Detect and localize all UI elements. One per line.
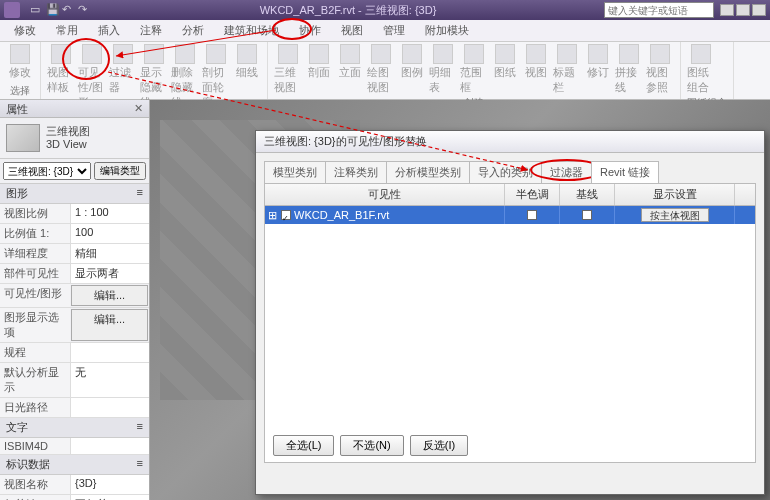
ribbon-group-2: 三维视图剖面立面绘图视图图例明细表范围框图纸视图标题栏修订拼接线视图参照创建 (268, 42, 681, 99)
ribbon-btn-2-10[interactable]: 修订 (584, 44, 612, 95)
prop-row[interactable]: ISBIM4D (0, 438, 149, 455)
ribbon-group-label: 选择 (6, 83, 34, 99)
dialog-tab-4[interactable]: 过滤器 (541, 161, 592, 183)
qat-redo-icon[interactable]: ↷ (78, 3, 92, 17)
grid-header: 可见性半色调基线显示设置 (265, 184, 755, 206)
prop-row[interactable]: 日光路径 (0, 398, 149, 418)
dialog-body: 可见性半色调基线显示设置 ⊞WKCD_AR_B1F.rvt按主体视图 全选(L)… (264, 183, 756, 463)
properties-panel: 属性 ✕ 三维视图 3D View 三维视图: {3D} 编辑类型 图形≡视图比… (0, 100, 150, 500)
prop-row[interactable]: 视图比例1 : 100 (0, 204, 149, 224)
display-setting-button[interactable]: 按主体视图 (641, 208, 709, 222)
instance-selector[interactable]: 三维视图: {3D} (3, 162, 91, 180)
quick-access-toolbar: ▭ 💾 ↶ ↷ (30, 3, 92, 17)
prop-section-0[interactable]: 图形≡ (0, 184, 149, 204)
grid-col-1[interactable]: 半色调 (505, 184, 560, 205)
qat-save-icon[interactable]: 💾 (46, 3, 60, 17)
menu-tab-1[interactable]: 常用 (46, 20, 88, 41)
prop-row[interactable]: 比例值 1:100 (0, 224, 149, 244)
dialog-tab-2[interactable]: 分析模型类别 (386, 161, 470, 183)
menu-tab-6[interactable]: 协作 (289, 20, 331, 41)
app-logo[interactable] (4, 2, 20, 18)
dialog-tab-3[interactable]: 导入的类别 (469, 161, 542, 183)
ribbon-btn-2-11[interactable]: 拼接线 (615, 44, 643, 95)
underlay-checkbox[interactable] (582, 210, 592, 220)
menu-tab-5[interactable]: 建筑和场地 (214, 20, 289, 41)
prop-section-1[interactable]: 文字≡ (0, 418, 149, 438)
ribbon-btn-2-8[interactable]: 视图 (522, 44, 550, 95)
grid-row[interactable]: ⊞WKCD_AR_B1F.rvt按主体视图 (265, 206, 755, 224)
grid-col-0[interactable]: 可见性 (265, 184, 505, 205)
ribbon-btn-0-0[interactable]: 修改 (6, 44, 34, 83)
prop-section-2[interactable]: 标识数据≡ (0, 455, 149, 475)
window-controls (720, 4, 766, 16)
menu-tab-0[interactable]: 修改 (4, 20, 46, 41)
ribbon-btn-3-0[interactable]: 图纸组合 (687, 44, 715, 95)
menu-tab-8[interactable]: 管理 (373, 20, 415, 41)
ribbon-btn-2-4[interactable]: 图例 (398, 44, 426, 95)
prop-row[interactable]: 相关性不相关 (0, 495, 149, 500)
menu-tab-4[interactable]: 分析 (172, 20, 214, 41)
ribbon: 修改选择视图样板可见性/图形过滤器显示隐藏线删除隐藏线剖切面轮廓细线图形三维视图… (0, 42, 770, 100)
dialog-button-1[interactable]: 不选(N) (340, 435, 403, 456)
menu-tab-2[interactable]: 插入 (88, 20, 130, 41)
qat-open-icon[interactable]: ▭ (30, 3, 44, 17)
ribbon-btn-2-6[interactable]: 范围框 (460, 44, 488, 95)
type-subname: 3D View (46, 138, 90, 151)
dialog-button-0[interactable]: 全选(L) (273, 435, 334, 456)
prop-row[interactable]: 默认分析显示无 (0, 363, 149, 398)
ribbon-btn-2-12[interactable]: 视图参照 (646, 44, 674, 95)
ribbon-group-0: 修改选择 (0, 42, 41, 99)
qat-undo-icon[interactable]: ↶ (62, 3, 76, 17)
visibility-graphics-dialog: 三维视图: {3D}的可见性/图形替换 模型类别注释类别分析模型类别导入的类别过… (255, 130, 765, 495)
properties-title: 属性 (6, 102, 28, 115)
grid-col-2[interactable]: 基线 (560, 184, 615, 205)
properties-header: 属性 ✕ (0, 100, 149, 118)
titlebar: ▭ 💾 ↶ ↷ WKCD_AR_B2F.rvt - 三维视图: {3D} (0, 0, 770, 20)
prop-row[interactable]: 可见性/图形编辑... (0, 284, 149, 308)
type-name: 三维视图 (46, 125, 90, 138)
ribbon-btn-2-9[interactable]: 标题栏 (553, 44, 581, 95)
visibility-checkbox[interactable] (281, 210, 291, 220)
prop-row[interactable]: 详细程度精细 (0, 244, 149, 264)
ribbon-group-3: 图纸组合图纸组合 (681, 42, 734, 99)
ribbon-group-1: 视图样板可见性/图形过滤器显示隐藏线删除隐藏线剖切面轮廓细线图形 (41, 42, 268, 99)
dialog-button-2[interactable]: 反选(I) (410, 435, 468, 456)
ribbon-btn-2-3[interactable]: 绘图视图 (367, 44, 395, 95)
edit-type-button[interactable]: 编辑类型 (94, 162, 146, 180)
prop-row[interactable]: 图形显示选项编辑... (0, 308, 149, 343)
dialog-tabstrip: 模型类别注释类别分析模型类别导入的类别过滤器Revit 链接 (264, 161, 756, 183)
dialog-tab-5[interactable]: Revit 链接 (591, 161, 659, 183)
menu-tab-9[interactable]: 附加模块 (415, 20, 479, 41)
properties-close-icon[interactable]: ✕ (134, 102, 143, 115)
grid-col-3[interactable]: 显示设置 (615, 184, 735, 205)
ribbon-btn-2-7[interactable]: 图纸 (491, 44, 519, 95)
ribbon-btn-2-1[interactable]: 剖面 (305, 44, 333, 95)
maximize-button[interactable] (736, 4, 750, 16)
minimize-button[interactable] (720, 4, 734, 16)
menu-tab-7[interactable]: 视图 (331, 20, 373, 41)
close-button[interactable] (752, 4, 766, 16)
dialog-tab-1[interactable]: 注释类别 (325, 161, 387, 183)
prop-row[interactable]: 规程 (0, 343, 149, 363)
type-selector[interactable]: 三维视图 3D View (0, 118, 149, 159)
prop-row[interactable]: 视图名称{3D} (0, 475, 149, 495)
menu-tab-3[interactable]: 注释 (130, 20, 172, 41)
window-title: WKCD_AR_B2F.rvt - 三维视图: {3D} (92, 3, 604, 18)
ribbon-btn-2-2[interactable]: 立面 (336, 44, 364, 95)
ribbon-btn-2-5[interactable]: 明细表 (429, 44, 457, 95)
help-search-input[interactable] (604, 2, 714, 18)
ribbon-btn-2-0[interactable]: 三维视图 (274, 44, 302, 95)
prop-row[interactable]: 部件可见性显示两者 (0, 264, 149, 284)
dialog-tab-0[interactable]: 模型类别 (264, 161, 326, 183)
dialog-footer: 全选(L)不选(N)反选(I) (273, 435, 468, 456)
view-cube-icon (6, 124, 40, 152)
halftone-checkbox[interactable] (527, 210, 537, 220)
ribbon-tabs: 修改常用插入注释分析建筑和场地协作视图管理附加模块 (0, 20, 770, 42)
dialog-title: 三维视图: {3D}的可见性/图形替换 (256, 131, 764, 153)
